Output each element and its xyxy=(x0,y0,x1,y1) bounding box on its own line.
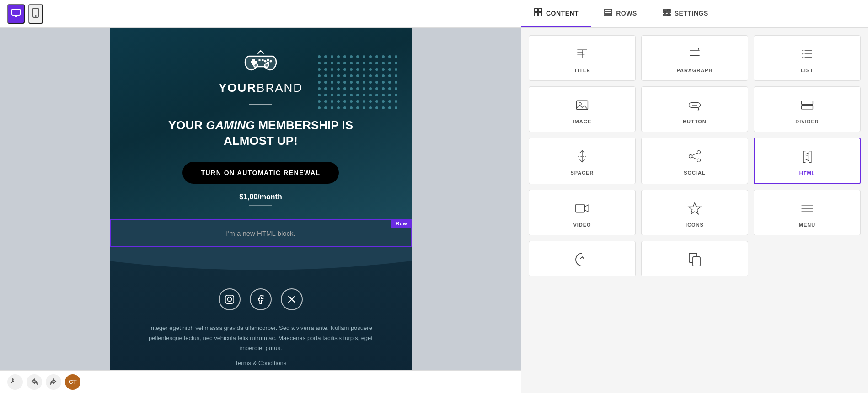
svg-point-126 xyxy=(356,106,359,109)
svg-rect-165 xyxy=(802,101,813,104)
content-item-spacer[interactable]: SPACER xyxy=(529,138,636,184)
content-item-extra1[interactable] xyxy=(529,241,636,276)
rows-icon xyxy=(604,8,612,18)
svg-rect-0 xyxy=(12,9,20,15)
svg-point-107 xyxy=(318,100,321,103)
x-twitter-icon[interactable] xyxy=(281,288,303,310)
svg-point-50 xyxy=(369,68,372,71)
title-icon xyxy=(575,45,589,63)
row-badge: Row xyxy=(391,219,412,228)
social-icon xyxy=(687,147,702,165)
content-item-social[interactable]: SOCIAL xyxy=(641,138,748,184)
svg-point-32 xyxy=(337,62,340,64)
svg-rect-6 xyxy=(539,13,542,16)
svg-point-67 xyxy=(395,74,397,77)
svg-rect-13 xyxy=(668,9,670,11)
tab-rows[interactable]: ROWS xyxy=(591,0,650,27)
content-item-paragraph[interactable]: ¶ PARAGRAPH xyxy=(641,35,748,81)
undo-button[interactable] xyxy=(27,374,42,390)
canvas-area: // We'll create dots in a grid pattern v… xyxy=(0,28,521,393)
svg-point-54 xyxy=(395,68,397,71)
content-item-icons[interactable]: ICONS xyxy=(641,190,748,235)
content-item-button[interactable]: BUTTON xyxy=(641,86,748,132)
list-icon xyxy=(800,45,814,63)
settings-icon xyxy=(663,8,671,18)
svg-point-74 xyxy=(356,81,359,84)
svg-point-115 xyxy=(369,100,372,103)
svg-point-122 xyxy=(331,106,333,109)
svg-point-65 xyxy=(382,74,385,77)
footer-body-text: Integer eget nibh vel massa gravida ulla… xyxy=(146,323,375,353)
content-item-image[interactable]: IMAGE xyxy=(529,86,636,132)
svg-point-45 xyxy=(337,68,340,71)
video-label: VIDEO xyxy=(573,222,591,228)
svg-point-73 xyxy=(350,81,353,84)
svg-point-121 xyxy=(324,106,327,109)
mobile-device-button[interactable] xyxy=(28,4,43,24)
svg-point-171 xyxy=(697,151,700,154)
main-layout: // We'll create dots in a grid pattern v… xyxy=(0,28,868,393)
paragraph-icon: ¶ xyxy=(687,45,702,63)
svg-point-138 xyxy=(264,60,267,63)
email-footer-inner: Integer eget nibh vel massa gravida ulla… xyxy=(110,247,412,370)
svg-point-75 xyxy=(363,81,365,84)
svg-point-21 xyxy=(350,55,353,58)
reset-button[interactable] xyxy=(7,374,23,390)
content-item-menu[interactable]: MENU xyxy=(754,190,861,235)
svg-point-82 xyxy=(324,87,327,90)
canvas-toolbar xyxy=(0,0,521,27)
html-block-row[interactable]: Row I'm a new HTML block. xyxy=(110,219,412,247)
svg-rect-14 xyxy=(664,11,666,13)
tab-settings[interactable]: SETTINGS xyxy=(650,0,721,27)
content-item-extra2[interactable] xyxy=(641,241,748,276)
svg-point-29 xyxy=(318,62,321,64)
svg-point-145 xyxy=(231,296,232,297)
spacer-label: SPACER xyxy=(570,170,594,175)
svg-point-120 xyxy=(318,106,321,109)
desktop-device-button[interactable] xyxy=(7,4,25,24)
svg-point-48 xyxy=(356,68,359,71)
spacer-icon xyxy=(575,147,589,165)
svg-point-57 xyxy=(331,74,333,77)
hero-headline: YOUR GAMING MEMBERSHIP ISALMOST UP! xyxy=(123,118,398,149)
svg-point-22 xyxy=(356,55,359,58)
terms-link[interactable]: Terms & Conditions xyxy=(235,360,287,366)
facebook-icon[interactable] xyxy=(250,288,272,310)
svg-point-33 xyxy=(343,62,346,64)
tab-content[interactable]: CONTENT xyxy=(521,0,591,27)
brand-light: BRAND xyxy=(257,81,303,95)
title-label: TITLE xyxy=(574,68,590,73)
instagram-icon[interactable] xyxy=(219,288,241,310)
content-item-divider[interactable]: DIVIDER xyxy=(754,86,861,132)
video-icon xyxy=(575,199,589,218)
svg-point-60 xyxy=(350,74,353,77)
content-item-title[interactable]: TITLE xyxy=(529,35,636,81)
svg-point-85 xyxy=(343,87,346,90)
content-item-list[interactable]: LIST xyxy=(754,35,861,81)
extra2-icon xyxy=(686,250,703,269)
tab-rows-label: ROWS xyxy=(616,10,637,17)
canvas-scroll[interactable]: // We'll create dots in a grid pattern v… xyxy=(0,28,521,370)
content-item-video[interactable]: VIDEO xyxy=(529,190,636,235)
svg-point-51 xyxy=(375,68,378,71)
footer-wave xyxy=(110,247,412,275)
cta-button[interactable]: TURN ON AUTOMATIC RENEWAL xyxy=(182,162,338,184)
svg-rect-166 xyxy=(802,106,813,109)
price-text: $1,00/month xyxy=(123,193,398,201)
svg-rect-7 xyxy=(605,9,612,11)
divider-label: DIVIDER xyxy=(795,119,819,124)
tab-content-label: CONTENT xyxy=(546,10,579,17)
svg-point-84 xyxy=(337,87,340,90)
svg-point-130 xyxy=(382,106,385,109)
user-avatar[interactable]: CT xyxy=(65,374,80,390)
svg-rect-140 xyxy=(262,59,264,61)
svg-point-95 xyxy=(324,94,327,96)
redo-button[interactable] xyxy=(46,374,61,390)
svg-point-108 xyxy=(324,100,327,103)
svg-point-72 xyxy=(343,81,346,84)
content-item-html[interactable]: HTML xyxy=(754,138,861,184)
svg-point-172 xyxy=(697,159,700,162)
top-bar: CONTENT ROWS SETTINGS xyxy=(0,0,868,28)
svg-point-27 xyxy=(388,55,391,58)
svg-point-86 xyxy=(350,87,353,90)
